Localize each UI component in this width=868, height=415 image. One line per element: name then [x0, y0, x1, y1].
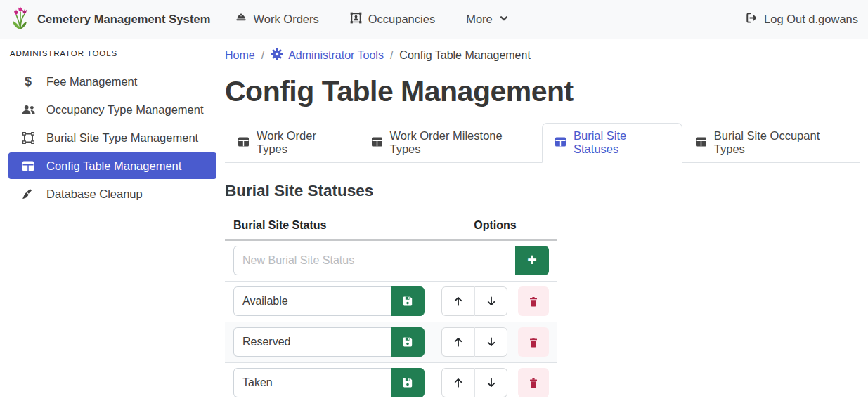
status-input[interactable] [233, 286, 391, 316]
add-status-button[interactable]: + [515, 246, 549, 275]
breadcrumb-separator: / [261, 49, 264, 62]
nav-more[interactable]: More [466, 13, 509, 26]
save-icon [401, 295, 414, 308]
nav-more-label: More [466, 13, 493, 26]
tab-label: Burial Site Statuses [574, 129, 670, 156]
breadcrumb-admin-tools-label: Administrator Tools [288, 49, 384, 62]
breadcrumb-home-link[interactable]: Home [225, 49, 255, 62]
arrow-up-icon [452, 336, 465, 348]
sidebar-item-label: Occupancy Type Management [46, 103, 204, 117]
status-input[interactable] [233, 327, 391, 357]
nav-work-orders[interactable]: Work Orders [235, 13, 319, 27]
breadcrumb: Home / Administrator Tool [225, 48, 860, 63]
move-up-button[interactable] [441, 368, 474, 397]
main-nav: Work Orders Occupancies More [235, 12, 509, 27]
dollar-icon: $ [20, 74, 36, 89]
delete-button[interactable] [518, 327, 549, 357]
top-navbar: Cemetery Management System Work Orders [0, 0, 868, 39]
reorder-group [441, 368, 507, 397]
save-icon [401, 376, 414, 389]
arrow-up-icon [452, 376, 465, 389]
table-icon [555, 136, 566, 150]
tulip-logo-icon [10, 6, 31, 34]
column-header-status: Burial Site Status [233, 219, 441, 232]
gear-icon [271, 48, 283, 63]
brand[interactable]: Cemetery Management System [10, 6, 211, 34]
logout-label: Log Out d.gowans [764, 13, 858, 26]
table-header-row: Burial Site Status Options [225, 215, 557, 241]
save-icon [401, 336, 414, 348]
plus-icon: + [527, 252, 536, 268]
reorder-group [441, 286, 507, 316]
breadcrumb-admin-tools-link[interactable]: Administrator Tools [271, 48, 384, 63]
sidebar-item-label: Burial Site Type Management [46, 131, 198, 145]
table-icon [695, 136, 707, 150]
status-row-available [225, 282, 557, 322]
tab-label: Work Order Types [257, 129, 346, 156]
breadcrumb-current: Config Table Management [399, 49, 531, 62]
chevron-down-icon [499, 13, 509, 26]
logout-button[interactable]: Log Out d.gowans [745, 12, 858, 27]
move-down-button[interactable] [474, 286, 507, 316]
arrow-down-icon [485, 376, 498, 389]
table-icon [20, 161, 36, 171]
page-title: Config Table Management [225, 75, 860, 108]
arrow-down-icon [485, 295, 498, 308]
tab-work-order-milestone-types[interactable]: Work Order Milestone Types [358, 123, 543, 163]
tab-label: Work Order Milestone Types [390, 129, 530, 156]
main-content: Home / Administrator Tool [225, 39, 868, 415]
table-icon [371, 136, 383, 150]
broom-icon [20, 188, 36, 200]
delete-button[interactable] [518, 368, 549, 397]
sidebar-item-label: Database Cleanup [46, 187, 143, 201]
reorder-group [441, 327, 507, 357]
save-button[interactable] [391, 327, 425, 357]
nav-occupancies-label: Occupancies [368, 13, 435, 26]
users-icon [20, 105, 36, 115]
sidebar-item-occupancy-type-management[interactable]: Occupancy Type Management [8, 96, 216, 123]
new-status-input[interactable] [233, 246, 515, 275]
nav-occupancies[interactable]: Occupancies [350, 12, 435, 27]
status-input[interactable] [233, 368, 391, 397]
section-heading: Burial Site Statuses [225, 182, 860, 200]
sidebar-item-label: Fee Management [46, 75, 137, 88]
sidebar-item-fee-management[interactable]: $ Fee Management [8, 68, 216, 95]
column-header-options: Options [441, 219, 549, 232]
hard-hat-icon [235, 13, 247, 27]
status-table: Burial Site Status Options + [225, 215, 557, 403]
new-status-row: + [225, 241, 557, 282]
tab-burial-site-occupant-types[interactable]: Burial Site Occupant Types [682, 123, 860, 163]
sidebar-item-burial-site-type-management[interactable]: Burial Site Type Management [8, 124, 216, 151]
save-button[interactable] [391, 286, 425, 316]
tab-label: Burial Site Occupant Types [714, 129, 847, 156]
trash-icon [528, 296, 539, 308]
nav-work-orders-label: Work Orders [254, 13, 319, 26]
sidebar-item-config-table-management[interactable]: Config Table Management [8, 152, 216, 179]
sign-out-icon [745, 12, 758, 27]
tab-work-order-types[interactable]: Work Order Types [225, 123, 358, 163]
trash-icon [528, 377, 539, 389]
move-down-button[interactable] [474, 327, 507, 357]
arrow-down-icon [485, 336, 498, 348]
occupancy-frame-icon [350, 12, 362, 27]
sidebar-item-database-cleanup[interactable]: Database Cleanup [8, 180, 216, 207]
table-icon [238, 136, 250, 150]
status-row-reserved [225, 322, 557, 363]
vector-square-icon [20, 132, 36, 144]
sidebar: ADMINISTRATOR TOOLS $ Fee Management Occ… [0, 39, 225, 415]
move-up-button[interactable] [441, 286, 474, 316]
trash-icon [528, 336, 539, 348]
arrow-up-icon [452, 295, 465, 308]
status-row-taken [225, 363, 557, 403]
move-up-button[interactable] [441, 327, 474, 357]
breadcrumb-separator: / [390, 49, 393, 62]
sidebar-heading: ADMINISTRATOR TOOLS [10, 49, 216, 58]
move-down-button[interactable] [474, 368, 507, 397]
sidebar-item-label: Config Table Management [46, 159, 181, 173]
tab-burial-site-statuses[interactable]: Burial Site Statuses [542, 123, 682, 163]
save-button[interactable] [391, 368, 425, 397]
delete-button[interactable] [518, 286, 549, 316]
app-title: Cemetery Management System [37, 13, 211, 26]
tab-bar: Work Order Types Work Order Milestone Ty… [225, 123, 860, 163]
